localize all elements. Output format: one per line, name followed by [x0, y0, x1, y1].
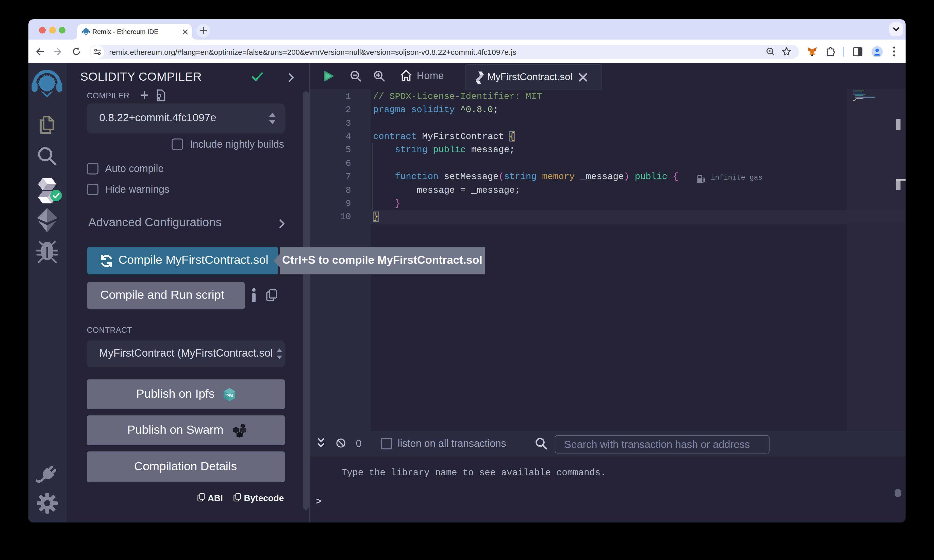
svg-text:IPFS: IPFS: [225, 393, 233, 397]
